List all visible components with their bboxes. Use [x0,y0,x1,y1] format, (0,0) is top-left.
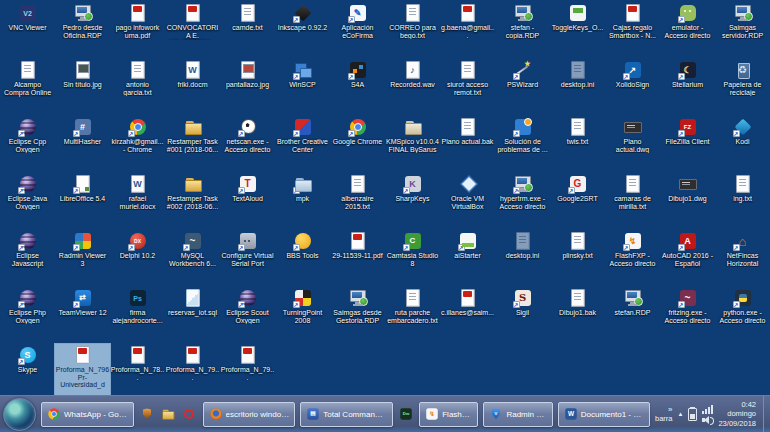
taskbar-button-escritorio-windows[interactable]: escritorio windows... [203,402,296,427]
desktop-icon-pswizard[interactable]: ★↗PSWizard [495,59,550,116]
desktop-icon-proforma-n-79[interactable]: Proforma_N_79... [165,344,220,395]
desktop-icon-s4a[interactable]: ↗S4A [330,59,385,116]
volume-icon[interactable] [702,416,713,424]
desktop-icon-restamper-task-002-2018-06[interactable]: Restamper Task #002 (2018-06... [165,173,220,230]
desktop-icon-google2srt[interactable]: G↗Google2SRT [550,173,605,230]
desktop-icon-g-baena-gmail[interactable]: g.baena@gmail... [440,2,495,59]
desktop-icon-kirzahk-gmail-chrome[interactable]: ↗kirzahk@gmail... - Chrome [110,116,165,173]
desktop-icon-convocatoria-e-administra[interactable]: CONVOCATORIA E. ADMINISTRA... [165,2,220,59]
desktop-icon-filezilla-client[interactable]: FZ↗FileZilla Client [660,116,715,173]
desktop-icon-stefan-copia-rdp[interactable]: stefan - copia.RDP [495,2,550,59]
taskbar-button-whatsapp-googl[interactable]: WhatsApp - Googl... [41,402,134,427]
desktop-icon-ing-txt[interactable]: ing.txt [715,173,770,230]
desktop-icon-recorded-wav[interactable]: ♪Recorded.wav [385,59,440,116]
desktop-icon-camtasia-studio-8[interactable]: C↗Camtasia Studio 8 [385,230,440,287]
desktop-icon-friki-docm[interactable]: Wfriki.docm [165,59,220,116]
taskbar-button-documento1-mic[interactable]: WDocumento1 - Mic... [558,402,650,427]
taskbar-icon-opera[interactable] [181,402,197,426]
desktop-icon-stellarium[interactable]: ☾↗Stellarium [660,59,715,116]
desktop-icon-camde-txt[interactable]: camde.txt [220,2,275,59]
desktop-icon-stefan-rdp[interactable]: stefan.RDP [605,287,660,344]
toolbar-chevron-icon[interactable]: » [668,405,672,414]
show-desktop-button[interactable] [763,396,767,432]
desktop-icon-configure-virtual-serial-port-driver[interactable]: ↗Configure Virtual Serial Port Driver [220,230,275,287]
desktop-icon-google-chrome[interactable]: ↗Google Chrome [330,116,385,173]
taskbar-button-flashfxp[interactable]: ↯FlashFXP [419,402,478,427]
desktop-icon-sharpkeys[interactable]: K↗SharpKeys [385,173,440,230]
desktop-icon-twis-txt[interactable]: twis.txt [550,116,605,173]
desktop-icon-alcampo-compra-online[interactable]: Alcampo Compra Online ... [0,59,55,116]
taskbar-button-radmin-vpn[interactable]: VRadmin VPN [483,402,552,427]
desktop-icon-eclipse-cpp-oxygen[interactable]: ↗Eclipse Cpp Oxygen [0,116,55,173]
barra-toolbar[interactable]: » barra [655,405,673,423]
desktop-icon-netfincas-horizontal[interactable]: ⌂↗NetFincas Horizontal [715,230,770,287]
desktop-icon-proforma-n-79[interactable]: Proforma_N_79... [220,344,275,395]
desktop-icon-desktop-ini[interactable]: desktop.ini [495,230,550,287]
desktop-icon-c-illanes-saim[interactable]: c.illanes@saim... [440,287,495,344]
desktop-icon-desktop-ini[interactable]: desktop.ini [550,59,605,116]
desktop-icon-inkscape-0-92-2[interactable]: ↗Inkscape 0.92.2 [275,2,330,59]
desktop-icon-soluci-n-de-problemas-de[interactable]: ↗Solución de problemas de ... [495,116,550,173]
desktop-icon-plinsky-txt[interactable]: plinsky.txt [550,230,605,287]
desktop-icon-textaloud[interactable]: T↗TextAloud [220,173,275,230]
desktop-icon-papelera-de-reciclaje[interactable]: ♻Papelera de reciclaje [715,59,770,116]
desktop-icon-plano-actual-dwg[interactable]: Plano actual.dwg [605,116,660,173]
taskbar-button-total-commander[interactable]: ▤Total Commander ... [300,402,393,427]
desktop-icon-pantallazo-jpg[interactable]: pantallazo.jpg [220,59,275,116]
desktop-icon-skype[interactable]: S↗Skype [0,344,55,395]
desktop-icon-pago-infowork-uma-pdf[interactable]: pago infowork uma.pdf [110,2,165,59]
desktop-icon-albenzaire-2015-txt[interactable]: albenzaire 2015.txt [330,173,385,230]
desktop-icon-pedro-desde-oficina-rdp[interactable]: Pedro desde Oficina.RDP [55,2,110,59]
desktop-icon-bbs-tools[interactable]: ↗BBS Tools [275,230,330,287]
desktop-icon-correo-para-bego-txt[interactable]: CORREO para bego.txt [385,2,440,59]
desktop-icon-ruta-parche-embarcadero-txt[interactable]: ruta parche embarcadero.txt [385,287,440,344]
desktop-icon-hypertrm-exe-acceso-directo[interactable]: ↗hypertrm.exe - Acceso directo [495,173,550,230]
desktop-icon-togglekeys-o[interactable]: ToggleKeys_O... [550,2,605,59]
desktop-icon-eclipse-php-oxygen[interactable]: ↗Eclipse Php Oxygen [0,287,55,344]
desktop-icon-brother-creative-center[interactable]: ↗Brother Creative Center [275,116,330,173]
desktop-icon-delphi-10-2[interactable]: DX↗Delphi 10.2 [110,230,165,287]
taskbar-icon-dreamweaver[interactable]: Dw [398,402,414,426]
desktop-icon-vnc-viewer[interactable]: V2VNC Viewer [0,2,55,59]
desktop-icon-mysql-workbench-6[interactable]: ~↗MySQL Workbench 6... [165,230,220,287]
desktop-icon-sigil[interactable]: S↗Sigil [495,287,550,344]
desktop-icon-flashfxp-acceso-directo[interactable]: ↯↗FlashFXP - Acceso directo [605,230,660,287]
desktop-icon-saimgas-servidor-rdp[interactable]: Saimgas servidor.RDP [715,2,770,59]
desktop-icon-autocad-2016-espa-ol-spanish[interactable]: A↗AutoCAD 2016 - Español (Spanish) [660,230,715,287]
desktop-icon-29-11539-11-pdf[interactable]: 29-11539-11.pdf [330,230,385,287]
desktop-icon-reservas-iot-sql[interactable]: reservas_iot.sql [165,287,220,344]
desktop-icon-emulator-acceso-directo[interactable]: ↗emulator - Acceso directo [660,2,715,59]
desktop-icon-aplicaci-n-ecofirma[interactable]: ✎↗Aplicación eCoFirma [330,2,385,59]
desktop-icon-antonio-garcia-txt[interactable]: antonio garcia.txt [110,59,165,116]
desktop-icon-xolidosign[interactable]: ↗↗XolidoSign [605,59,660,116]
desktop-background[interactable]: V2VNC ViewerPedro desde Oficina.RDPpago … [0,0,770,395]
taskbar-clock[interactable]: 0:42 domingo 23/09/2018 [718,400,758,429]
desktop-icon-dibujo1-bak[interactable]: Dibujo1.bak [550,287,605,344]
desktop-icon-cajas-regalo-smartbox-n[interactable]: Cajas regalo Smartbox - N... [605,2,660,59]
battery-icon[interactable] [688,408,697,421]
desktop-icon-teamviewer-12[interactable]: ⇄↗TeamViewer 12 [55,287,110,344]
desktop-icon-netscan-exe-acceso-directo[interactable]: ↗netscan.exe - Acceso directo [220,116,275,173]
hidden-icons-button[interactable]: ▲ [678,411,684,417]
desktop-icon-sin-t-tulo-jpg[interactable]: Sin título.jpg [55,59,110,116]
desktop-icon-firma-alejandrocorte[interactable]: Psfirma alejandrocorte... [110,287,165,344]
taskbar-icon-explorer[interactable] [160,402,176,426]
desktop-icon-proforma-n-796-pr-universidad-d-e-m-laga[interactable]: Proforma_N_796 Pr-Universidad_d e_Málaga… [55,344,110,395]
desktop-icon-siurot-acceso-remot-txt[interactable]: siurot acceso remot.txt [440,59,495,116]
network-signal-icon[interactable] [702,405,713,414]
desktop-icon-plano-actual-bak[interactable]: Plano actual.bak [440,116,495,173]
desktop-icon-radmin-viewer-3[interactable]: ↗Radmin Viewer 3 [55,230,110,287]
desktop-icon-mpk[interactable]: ↗mpk [275,173,330,230]
desktop-icon-kodi[interactable]: ↗Kodi [715,116,770,173]
desktop-icon-eclipse-javascript-oxygen[interactable]: ↗Eclipse Javascript Oxygen [0,230,55,287]
desktop-icon-oracle-vm-virtualbox[interactable]: Oracle VM VirtualBox [440,173,495,230]
desktop-icon-dibujo1-dwg[interactable]: Dibujo1.dwg [660,173,715,230]
desktop-icon-proforma-n-78[interactable]: Proforma_N_78... [110,344,165,395]
desktop-icon-multihasher[interactable]: #↗MultiHasher [55,116,110,173]
desktop-icon-aistarter[interactable]: ↗aiStarter [440,230,495,287]
desktop-icon-winscp[interactable]: ↗WinSCP [275,59,330,116]
desktop-icon-fritzing-exe-acceso-directo[interactable]: ~↗fritzing.exe - Acceso directo [660,287,715,344]
desktop-icon-eclipse-java-oxygen[interactable]: ↗Eclipse Java Oxygen [0,173,55,230]
desktop-icon-rafael-muriel-docx[interactable]: Wrafael muriel.docx [110,173,165,230]
desktop-icon-libreoffice-5-4[interactable]: ↗LibreOffice 5.4 [55,173,110,230]
